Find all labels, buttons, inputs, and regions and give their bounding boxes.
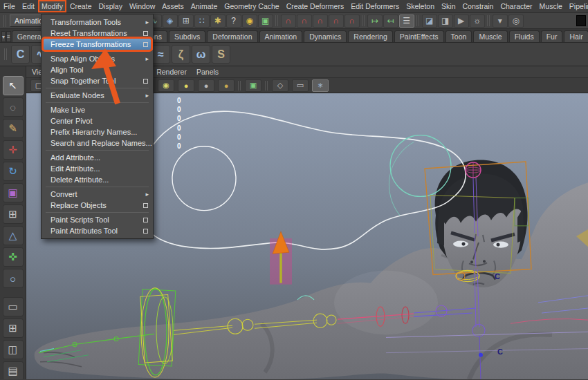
construction-history-icon[interactable]: ☰ [399, 15, 414, 28]
translate-manipulator-arrow[interactable] [270, 231, 292, 285]
menu-muscle[interactable]: Muscle [536, 0, 566, 12]
shelf-tab-subdivs[interactable]: Subdivs [169, 30, 205, 42]
shelf-edit-button[interactable]: ≡ [6, 31, 11, 42]
shelf-tab-dynamics[interactable]: Dynamics [304, 30, 347, 42]
highlight-selection-icon[interactable]: ▣ [258, 15, 273, 28]
menu-item-search-replace-names[interactable]: Search and Replace Names... ▸ [42, 137, 153, 149]
paint-selection-tool[interactable]: ✎ [3, 119, 24, 138]
snap-point-icon[interactable]: ∩ [313, 15, 328, 28]
shelf-grip[interactable] [4, 48, 8, 60]
shelf-tab-fluids[interactable]: Fluids [509, 30, 540, 42]
render-current-frame-icon[interactable]: ◨ [438, 15, 453, 28]
shelf-tab-toon[interactable]: Toon [445, 30, 472, 42]
shelf-tab-painteffects[interactable]: PaintEffects [394, 30, 444, 42]
layout-single-pane[interactable]: ▭ [3, 297, 24, 316]
ipr-render-icon[interactable]: ▶ [454, 15, 469, 28]
render-view-icon[interactable]: ◪ [422, 15, 437, 28]
viewport-connections-icon[interactable]: ∗ [312, 79, 329, 92]
menu-item-replace-objects[interactable]: Replace Objects ▸ [42, 200, 153, 211]
soft-modification-tool[interactable]: △ [3, 226, 24, 245]
menu-item-center-pivot[interactable]: Center Pivot ▸ [42, 115, 153, 126]
fillet-curve-shelf-icon[interactable]: S [212, 45, 230, 64]
option-box-icon[interactable] [143, 229, 148, 234]
layout-outliner-pane[interactable]: ◫ [3, 340, 24, 359]
use-all-lights-icon[interactable]: ◉ [158, 79, 174, 92]
universal-manipulator-tool[interactable]: ⊞ [3, 205, 24, 224]
quick-select-field[interactable] [576, 15, 586, 26]
selection-magnifier-icon[interactable]: ◎ [508, 15, 524, 28]
frame-selection-icon[interactable]: ▭ [292, 79, 309, 92]
menu-item-reset-transformations[interactable]: Reset Transformations ▸ [42, 28, 153, 39]
menu-item-paint-scripts-tool[interactable]: Paint Scripts Tool ▸ [42, 214, 153, 225]
lasso-select-tool[interactable]: ◌ [3, 97, 24, 117]
quick-chevron-icon[interactable]: ▾ [493, 15, 508, 28]
xray-mode-icon[interactable]: ◇ [272, 79, 288, 92]
flat-light-icon[interactable]: ● [198, 79, 214, 92]
menu-create-deformers[interactable]: Create Deformers [283, 0, 347, 12]
menu-modify[interactable]: Modify [38, 0, 66, 12]
menu-item-convert[interactable]: Convert ▸ [42, 189, 153, 200]
mask-dynamics-icon[interactable]: ∷ [194, 15, 210, 28]
mask-deformations-icon[interactable]: ⊞ [178, 15, 194, 28]
input-connections-icon[interactable]: ↦ [367, 15, 383, 28]
snap-curve-icon[interactable]: ∩ [297, 15, 312, 28]
menu-pipeline-cache[interactable]: Pipeline Cache [566, 0, 588, 12]
insert-knot-shelf-icon[interactable]: ≈ [151, 45, 170, 64]
option-box-icon[interactable] [143, 203, 148, 208]
shelf-tab-animation[interactable]: Animation [259, 30, 303, 42]
option-box-icon[interactable] [143, 31, 148, 36]
status-line-grip[interactable] [3, 15, 8, 27]
menu-constrain[interactable]: Constrain [459, 0, 497, 12]
option-box-icon[interactable] [143, 218, 148, 222]
output-connections-icon[interactable]: ↤ [383, 15, 398, 28]
layout-four-pane[interactable]: ⊞ [3, 319, 24, 338]
lock-selection-icon[interactable]: ◉ [242, 15, 257, 28]
isolate-select-icon[interactable]: ▣ [245, 79, 261, 92]
mask-rendering-icon[interactable]: ✱ [210, 15, 226, 28]
layout-split-pane[interactable]: ▤ [3, 361, 24, 379]
menu-skin[interactable]: Skin [438, 0, 459, 12]
shelf-selector-button[interactable]: ▾ [1, 31, 6, 42]
menu-item-transformation-tools[interactable]: Transformation Tools ▸ [42, 17, 153, 28]
shelf-tab-rendering[interactable]: Rendering [348, 30, 392, 42]
shelf-tab-hair[interactable]: Hair [564, 30, 588, 42]
shelf-tab-fur[interactable]: Fur [541, 30, 563, 42]
menu-animate[interactable]: Animate [187, 0, 221, 12]
panel-menu-renderer[interactable]: Renderer [156, 68, 187, 76]
panel-menu-panels[interactable]: Panels [196, 68, 219, 76]
shelf-tab-deformation[interactable]: Deformation [207, 30, 257, 42]
menu-window[interactable]: Window [126, 0, 158, 12]
menu-edit-deformers[interactable]: Edit Deformers [347, 0, 403, 12]
default-light-icon[interactable]: ● [178, 79, 194, 92]
rotate-tool[interactable]: ↻ [3, 162, 24, 181]
last-tool-circle[interactable]: ○ [3, 269, 24, 288]
menu-item-edit-attribute[interactable]: Edit Attribute... ▸ [42, 163, 153, 174]
menu-item-make-live[interactable]: Make Live ▸ [42, 104, 153, 115]
render-settings-icon[interactable]: ☼ [470, 15, 485, 28]
snap-plane-icon[interactable]: ∩ [329, 15, 344, 28]
no-lights-icon[interactable]: ● [218, 79, 235, 92]
select-tool[interactable]: ↖ [3, 76, 24, 95]
menu-item-add-attribute[interactable]: Add Attribute... ▸ [42, 152, 153, 163]
option-box-icon[interactable] [143, 79, 148, 84]
mask-misc-icon[interactable]: ? [226, 15, 241, 28]
mask-surfaces-icon[interactable]: ◈ [163, 15, 178, 28]
menu-assets[interactable]: Assets [158, 0, 187, 12]
move-tool[interactable]: ✛ [3, 140, 24, 160]
menu-character[interactable]: Character [497, 0, 535, 12]
shelf-tab-muscle[interactable]: Muscle [473, 30, 507, 42]
menu-item-paint-attributes-tool[interactable]: Paint Attributes Tool ▸ [42, 225, 153, 236]
menu-geometry-cache[interactable]: Geometry Cache [221, 0, 282, 12]
menu-item-delete-attribute[interactable]: Delete Attribute... ▸ [42, 174, 153, 185]
scale-tool[interactable]: ▣ [3, 183, 24, 202]
open-close-curve-shelf-icon[interactable]: ω [192, 45, 210, 64]
show-manipulator-tool[interactable]: ✜ [3, 247, 24, 267]
extend-curve-shelf-icon[interactable]: ζ [172, 45, 190, 64]
option-box-icon[interactable] [143, 42, 148, 47]
menu-display[interactable]: Display [95, 0, 125, 12]
menu-edit[interactable]: Edit [19, 0, 38, 12]
menu-file[interactable]: File [0, 0, 19, 12]
nurbs-circle-shelf-icon[interactable]: C [11, 45, 30, 64]
snap-grid-icon[interactable]: ∩ [281, 15, 296, 28]
menu-skeleton[interactable]: Skeleton [403, 0, 438, 12]
